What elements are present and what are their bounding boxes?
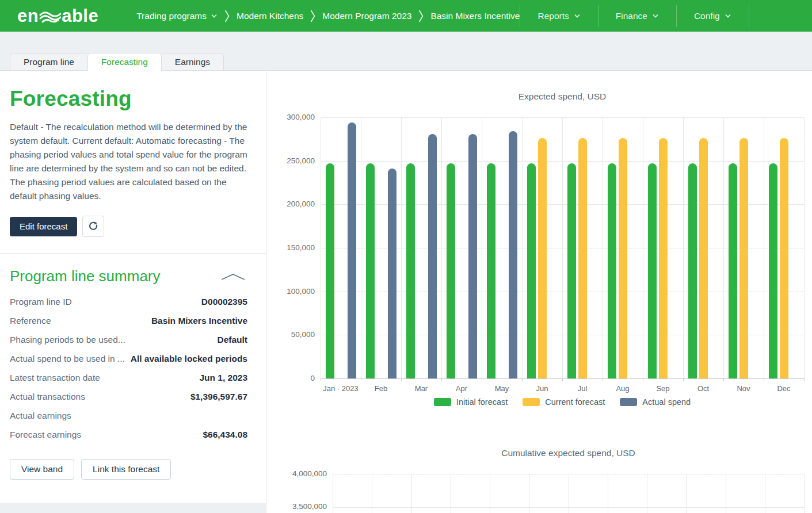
bar-slot: [750, 117, 759, 378]
summary-label: Actual earnings: [10, 411, 71, 421]
summary-label: Actual transactions: [10, 392, 85, 402]
bar-slot: [769, 117, 777, 378]
x-axis-tick: [482, 378, 482, 381]
x-axis-tick: [643, 378, 643, 381]
collapse-summary-button[interactable]: [220, 273, 247, 281]
summary-value: All available locked periods: [131, 354, 247, 364]
forecasting-panel: Forecasting Default - The recalculation …: [0, 70, 266, 503]
tab-forecasting[interactable]: Forecasting: [87, 53, 162, 71]
y-axis-tick: 4,000,000: [266, 469, 327, 478]
legend-item-current-forecast[interactable]: Current forecast: [523, 397, 605, 407]
chevron-down-icon: [574, 14, 581, 18]
month-group-Dec: [764, 117, 804, 378]
summary-value: $66,434.08: [203, 430, 247, 440]
current-forecast-bar: [619, 138, 627, 378]
bar-slot: [699, 117, 708, 378]
bar-slot: [326, 117, 334, 378]
chevron-down-icon: [211, 14, 218, 18]
bar-slot: [659, 117, 668, 378]
nav-menu-reports[interactable]: Reports: [520, 5, 598, 27]
x-axis-tick: [723, 378, 724, 381]
month-group-Jan · 2023: [321, 117, 361, 378]
summary-rows: Program line IDD00002395ReferenceBasin M…: [10, 292, 247, 444]
breadcrumb-item[interactable]: Basin Mixers Incentive: [430, 11, 520, 21]
y-axis-tick: 0: [266, 374, 315, 383]
summary-row: Latest transaction dateJun 1, 2023: [10, 368, 247, 387]
actual-spend-bar: [509, 131, 517, 378]
chart2-title: Cumulative expected spend, USD: [333, 448, 804, 458]
current-forecast-bar: [699, 138, 708, 378]
x-axis-label: Aug: [603, 384, 643, 393]
summary-label: Forecast earnings: [10, 430, 81, 440]
current-forecast-bar: [578, 138, 587, 378]
legend-label: Initial forecast: [456, 397, 508, 407]
legend-label: Actual spend: [642, 397, 691, 407]
navbar-right: ReportsFinanceConfig: [520, 5, 812, 27]
gridline: [726, 474, 726, 513]
tab-program-line[interactable]: Program line: [10, 53, 87, 71]
x-axis-tick: [804, 378, 805, 381]
legend-item-actual-spend[interactable]: Actual spend: [620, 397, 691, 407]
breadcrumb-item[interactable]: Modern Kitchens: [237, 11, 303, 21]
breadcrumb-item[interactable]: Trading programs: [136, 11, 218, 21]
current-forecast-bar: [780, 138, 788, 378]
legend-swatch: [620, 398, 637, 406]
y-axis-tick: 250,000: [266, 156, 315, 166]
bar-slot: [458, 117, 466, 378]
gridline: [686, 474, 687, 513]
breadcrumb-item[interactable]: Modern Program 2023: [322, 11, 411, 21]
bar-slot: [739, 117, 748, 378]
bar-slot: [388, 117, 397, 378]
link-this-forecast-button[interactable]: Link this forecast: [81, 459, 171, 480]
gridline: [765, 474, 765, 513]
month-group-Aug: [603, 117, 643, 378]
nav-menu-finance[interactable]: Finance: [598, 5, 677, 27]
legend-item-initial-forecast[interactable]: Initial forecast: [434, 397, 508, 407]
legend-swatch: [434, 398, 451, 406]
x-axis-label: Nov: [723, 384, 764, 393]
x-axis-label: Jan · 2023: [321, 384, 361, 393]
initial-forecast-bar: [567, 163, 576, 378]
actual-spend-bar: [388, 169, 397, 378]
nav-menu-config[interactable]: Config: [677, 5, 749, 27]
initial-forecast-bar: [326, 163, 334, 378]
gridline: [451, 474, 451, 513]
summary-buttons: View bandLink this forecast: [10, 459, 247, 480]
x-axis-label: Jun: [522, 384, 562, 393]
initial-forecast-bar: [527, 163, 536, 378]
bar-slot: [366, 117, 375, 378]
refresh-button[interactable]: [82, 216, 104, 237]
logo[interactable]: en able: [17, 7, 98, 25]
view-band-button[interactable]: View band: [10, 459, 74, 480]
gridline: [372, 474, 372, 513]
bar-slot: [729, 117, 737, 378]
gridline: [569, 474, 569, 513]
initial-forecast-bar: [366, 163, 375, 378]
actual-spend-bar: [468, 134, 477, 378]
tab-bar: Program lineForecastingEarnings: [10, 53, 812, 70]
gridline: [804, 474, 805, 513]
x-axis-label: Oct: [683, 384, 723, 393]
chevron-down-icon: [652, 14, 659, 18]
page-title: Forecasting: [10, 87, 247, 111]
actual-spend-bar: [348, 122, 356, 378]
initial-forecast-bar: [729, 163, 737, 378]
bar-slot: [589, 117, 598, 378]
tab-earnings[interactable]: Earnings: [162, 53, 224, 71]
month-group-Jun: [522, 117, 562, 378]
bar-slot: [377, 117, 386, 378]
summary-value: Jun 1, 2023: [199, 373, 247, 383]
app-root: en able Trading programsModern KitchensM…: [0, 0, 812, 513]
logo-text-right: able: [62, 7, 98, 25]
cumulative-spend-chart: [333, 474, 804, 513]
y-axis-tick: 100,000: [266, 287, 315, 296]
edit-forecast-button[interactable]: Edit forecast: [10, 217, 77, 236]
bar-slot: [337, 117, 345, 378]
x-axis-tick: [401, 378, 402, 381]
initial-forecast-bar: [608, 163, 616, 378]
bar-slot: [630, 117, 638, 378]
summary-label: Reference: [10, 316, 51, 326]
summary-label: Latest transaction date: [10, 373, 100, 383]
summary-value: D00002395: [201, 297, 247, 307]
initial-forecast-bar: [648, 163, 657, 378]
